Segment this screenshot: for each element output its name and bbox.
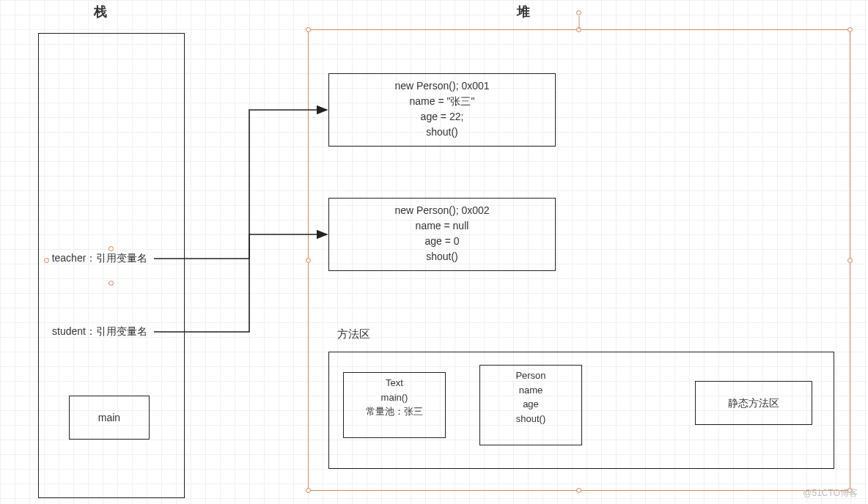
- teacher-label[interactable]: teacher：引用变量名: [48, 251, 151, 266]
- text-l3: 常量池：张三: [347, 404, 442, 419]
- person-l3: age: [483, 397, 578, 412]
- teacher-handle-l[interactable]: [44, 258, 49, 263]
- handle-tr[interactable]: [847, 27, 853, 32]
- method-static-box: 静态方法区: [695, 381, 812, 425]
- method-area-title: 方法区: [337, 326, 370, 343]
- obj2-l2: name = null: [335, 218, 549, 234]
- student-label: student：引用变量名: [48, 324, 151, 339]
- handle-rotate[interactable]: [576, 10, 581, 15]
- obj1-l1: new Person(); 0x001: [335, 78, 549, 94]
- obj2-l1: new Person(); 0x002: [335, 203, 549, 218]
- main-text: main: [98, 410, 120, 426]
- handle-bm[interactable]: [576, 488, 581, 493]
- method-person-box: Person name age shout(): [479, 365, 582, 445]
- handle-mr[interactable]: [847, 258, 853, 263]
- heap-obj1: new Person(); 0x001 name = "张三" age = 22…: [328, 73, 556, 147]
- text-l2: main(): [347, 390, 442, 405]
- static-text: 静态方法区: [728, 396, 779, 411]
- heap-obj2: new Person(); 0x002 name = null age = 0 …: [328, 198, 556, 271]
- watermark: @51CTO博客: [803, 487, 858, 500]
- obj2-l3: age = 0: [335, 234, 549, 249]
- handle-tl[interactable]: [306, 27, 311, 32]
- obj2-l4: shout(): [335, 249, 549, 264]
- handle-bl[interactable]: [306, 488, 311, 493]
- student-text: student：引用变量名: [52, 325, 147, 337]
- heap-title: 堆: [517, 3, 530, 21]
- text-l1: Text: [347, 376, 442, 390]
- person-l4: shout(): [483, 412, 578, 426]
- handle-tm[interactable]: [576, 27, 581, 32]
- teacher-text: teacher：引用变量名: [52, 252, 148, 264]
- obj1-l2: name = "张三": [335, 94, 549, 109]
- method-text-box: Text main() 常量池：张三: [343, 372, 446, 438]
- main-box: main: [69, 396, 150, 440]
- stack-title: 栈: [94, 3, 107, 21]
- obj1-l3: age = 22;: [335, 109, 549, 125]
- person-l2: name: [483, 383, 578, 398]
- person-l1: Person: [483, 368, 578, 383]
- teacher-handle-b[interactable]: [108, 281, 114, 286]
- obj1-l4: shout(): [335, 125, 549, 140]
- teacher-handle-t[interactable]: [108, 246, 114, 251]
- handle-ml[interactable]: [306, 258, 311, 263]
